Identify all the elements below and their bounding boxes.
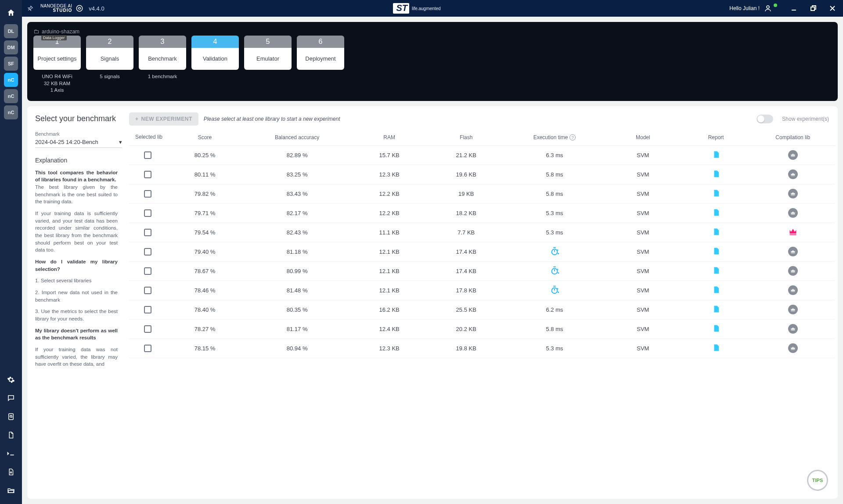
cell-exec: [504, 246, 605, 257]
table-row[interactable]: 80.11 % 83.25 % 12.3 KB 19.6 KB 5.8 ms S…: [129, 165, 835, 184]
cell-exec: 5.8 ms: [504, 171, 605, 178]
row-checkbox[interactable]: [144, 248, 151, 256]
step-emulator[interactable]: 5 Emulator: [244, 36, 292, 70]
table-row[interactable]: 78.46 % 81.48 % 12.1 KB 17.8 KB SVM: [129, 281, 835, 300]
report-icon[interactable]: [712, 247, 720, 255]
col-balanced-accuracy[interactable]: Balanced accuracy: [243, 134, 351, 140]
col-model[interactable]: Model: [605, 134, 681, 140]
cell-balanced-accuracy: 82.43 %: [243, 229, 351, 236]
report-icon[interactable]: [712, 209, 720, 216]
crown-best-icon[interactable]: [788, 227, 798, 237]
cell-exec: 6.2 ms: [504, 306, 605, 313]
table-body[interactable]: 80.25 % 82.89 % 15.7 KB 21.2 KB 6.3 ms S…: [129, 146, 835, 499]
crown-icon[interactable]: [788, 208, 798, 218]
row-checkbox[interactable]: [144, 229, 151, 236]
crown-icon[interactable]: [788, 285, 798, 295]
table-row[interactable]: 79.82 % 83.43 % 12.2 KB 19 KB 5.8 ms SVM: [129, 184, 835, 204]
row-checkbox[interactable]: [144, 325, 151, 333]
tips-button[interactable]: TIPS: [807, 470, 828, 491]
row-checkbox[interactable]: [144, 151, 151, 159]
minimize-button[interactable]: [789, 3, 799, 14]
new-experiment-button[interactable]: + NEW EXPERIMENT: [129, 112, 198, 126]
home-icon[interactable]: [4, 6, 18, 20]
step-project-settings[interactable]: 1 Project settings UNO R4 WiFi32 KB RAM1…: [33, 36, 81, 94]
rail-project-5[interactable]: nC: [4, 105, 18, 119]
rail-project-3[interactable]: nC: [4, 73, 18, 87]
pin-icon[interactable]: [27, 5, 33, 11]
benchmark-select[interactable]: 2024-04-25 14:20-Bench ▾: [35, 137, 122, 148]
step-signals[interactable]: 2 Signals 5 signals: [86, 36, 133, 80]
crown-icon[interactable]: [788, 189, 798, 198]
crown-icon[interactable]: [788, 343, 798, 353]
rail-project-0[interactable]: DL: [4, 24, 18, 38]
table-row[interactable]: 78.40 % 80.35 % 16.2 KB 25.5 KB 6.2 ms S…: [129, 300, 835, 320]
report-icon[interactable]: [712, 305, 720, 313]
table-row[interactable]: 80.25 % 82.89 % 15.7 KB 21.2 KB 6.3 ms S…: [129, 146, 835, 165]
online-status-icon: [774, 4, 777, 7]
table-row[interactable]: 79.71 % 82.17 % 12.2 KB 18.2 KB 5.3 ms S…: [129, 204, 835, 223]
explain-q1: How do I validate my library selection?: [35, 258, 118, 273]
rail-project-1[interactable]: DM: [4, 40, 18, 54]
cell-score: 79.71 %: [166, 210, 243, 216]
chat-icon[interactable]: [4, 391, 18, 405]
document-icon[interactable]: [4, 428, 18, 442]
explain-p2: If your training data is sufficiently va…: [35, 210, 118, 254]
stopwatch-icon[interactable]: [550, 266, 559, 275]
crown-icon[interactable]: [788, 169, 798, 179]
table-row[interactable]: 79.54 % 82.43 % 11.1 KB 7.7 KB 5.3 ms SV…: [129, 223, 835, 242]
project-name[interactable]: arduino-shazam: [42, 29, 79, 35]
row-checkbox[interactable]: [144, 306, 151, 313]
explanation-panel[interactable]: Explanation This tool compares the behav…: [35, 157, 122, 372]
report-icon[interactable]: [712, 228, 720, 236]
report-icon[interactable]: [712, 286, 720, 294]
st-logo: ST: [393, 3, 409, 14]
report-icon[interactable]: [712, 189, 720, 197]
report-icon[interactable]: [712, 344, 720, 352]
crown-icon[interactable]: [788, 266, 798, 276]
show-experiments-toggle[interactable]: [757, 115, 773, 123]
cell-score: 79.54 %: [166, 229, 243, 236]
step-deployment[interactable]: 6 Deployment: [297, 36, 344, 70]
cell-balanced-accuracy: 81.48 %: [243, 287, 351, 294]
search-doc-icon[interactable]: [4, 410, 18, 424]
step-benchmark[interactable]: 3 Benchmark 1 benchmark: [139, 36, 186, 80]
table-row[interactable]: 79.40 % 81.18 % 12.1 KB 17.4 KB SVM: [129, 242, 835, 262]
report-icon[interactable]: [712, 266, 720, 274]
stopwatch-icon[interactable]: [550, 285, 559, 295]
terminal-icon[interactable]: [4, 446, 18, 461]
table-row[interactable]: 78.27 % 81.17 % 12.4 KB 20.2 KB 5.8 ms S…: [129, 320, 835, 339]
info-icon[interactable]: ?: [569, 134, 576, 140]
crown-icon[interactable]: [788, 324, 798, 334]
col-exec-time[interactable]: Execution time?: [504, 134, 605, 141]
export-icon[interactable]: [4, 465, 18, 479]
close-button[interactable]: [827, 3, 838, 14]
folder-open-icon[interactable]: [4, 483, 18, 497]
crown-icon[interactable]: [788, 150, 798, 160]
row-checkbox[interactable]: [144, 171, 151, 178]
report-icon[interactable]: [712, 324, 720, 332]
crown-icon[interactable]: [788, 305, 798, 314]
settings-icon[interactable]: [4, 373, 18, 387]
crown-icon[interactable]: [788, 247, 798, 256]
st-tagline: life.augmented: [412, 6, 441, 11]
col-score[interactable]: Score: [166, 134, 243, 140]
row-checkbox[interactable]: [144, 287, 151, 294]
row-checkbox[interactable]: [144, 209, 151, 217]
table-row[interactable]: 78.67 % 80.99 % 12.1 KB 17.4 KB SVM: [129, 262, 835, 281]
col-ram[interactable]: RAM: [351, 134, 428, 140]
row-checkbox[interactable]: [144, 345, 151, 352]
report-icon[interactable]: [712, 170, 720, 178]
rail-project-2[interactable]: SF: [4, 57, 18, 71]
maximize-button[interactable]: [808, 3, 818, 14]
stopwatch-icon[interactable]: [550, 246, 559, 256]
report-icon[interactable]: [712, 151, 720, 158]
table-row[interactable]: 78.15 % 80.94 % 12.3 KB 19.8 KB 5.3 ms S…: [129, 339, 835, 358]
row-checkbox[interactable]: [144, 190, 151, 198]
rail-project-4[interactable]: nC: [4, 89, 18, 103]
step-validation[interactable]: 4 Validation: [191, 36, 239, 70]
step-sub: 5 signals: [86, 73, 133, 80]
row-checkbox[interactable]: [144, 267, 151, 275]
cell-score: 78.15 %: [166, 345, 243, 352]
col-flash[interactable]: Flash: [428, 134, 504, 140]
user-icon[interactable]: [764, 4, 772, 12]
